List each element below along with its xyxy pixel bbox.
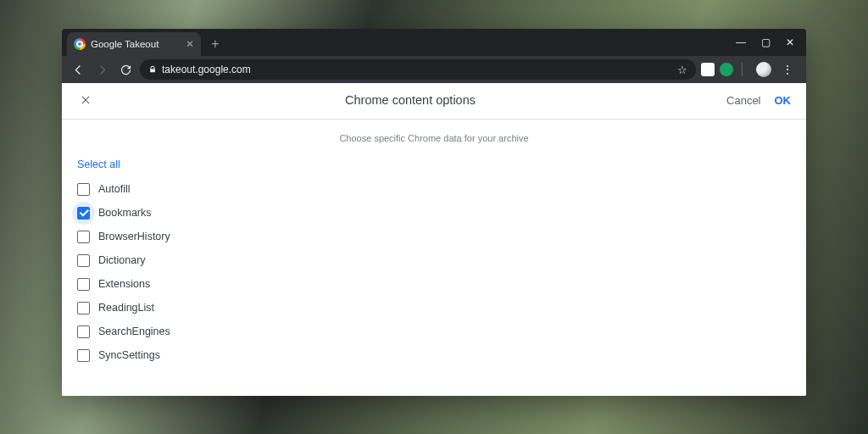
option-row[interactable]: Autofill: [77, 177, 791, 201]
toolbar-divider: [742, 63, 743, 76]
new-tab-button[interactable]: +: [206, 35, 225, 53]
checkbox[interactable]: [77, 254, 90, 267]
extension-icon-1[interactable]: [701, 63, 715, 76]
lock-icon: [148, 65, 157, 74]
maximize-icon[interactable]: ▢: [761, 36, 771, 48]
option-label: Dictionary: [98, 254, 146, 266]
reload-button[interactable]: [116, 60, 135, 79]
option-row[interactable]: Dictionary: [77, 248, 791, 272]
checkbox[interactable]: [77, 326, 90, 338]
option-row[interactable]: SearchEngines: [77, 320, 791, 343]
select-all-link[interactable]: Select all: [77, 155, 791, 177]
option-row[interactable]: Bookmarks: [77, 201, 791, 225]
checkbox[interactable]: [77, 183, 90, 196]
option-label: Extensions: [98, 278, 150, 290]
forward-button[interactable]: [92, 60, 111, 79]
cancel-button[interactable]: Cancel: [726, 94, 760, 107]
checkbox[interactable]: [77, 302, 90, 314]
minimize-icon[interactable]: —: [736, 36, 746, 48]
tab-strip: Google Takeout ✕ + — ▢ ✕: [62, 29, 806, 56]
options-list: Select all AutofillBookmarksBrowserHisto…: [62, 155, 806, 367]
back-button[interactable]: [69, 60, 87, 79]
bookmark-star-icon[interactable]: ☆: [677, 64, 687, 76]
option-label: SyncSettings: [98, 349, 160, 361]
checkbox[interactable]: [77, 278, 90, 291]
close-window-icon[interactable]: ✕: [786, 36, 794, 48]
chrome-menu-button[interactable]: ⋮: [776, 63, 799, 76]
option-row[interactable]: SyncSettings: [77, 343, 791, 367]
browser-tab[interactable]: Google Takeout ✕: [67, 32, 201, 56]
favicon-google-icon: [74, 38, 86, 50]
page-content: Chrome content options Cancel OK Choose …: [62, 83, 806, 396]
option-label: BrowserHistory: [98, 231, 170, 242]
extension-icon-2[interactable]: [720, 63, 733, 76]
tab-title: Google Takeout: [91, 39, 159, 49]
checkbox[interactable]: [77, 349, 90, 362]
url-text: takeout.google.com: [162, 64, 251, 75]
address-bar[interactable]: takeout.google.com ☆: [140, 59, 696, 80]
option-label: Bookmarks: [98, 207, 152, 219]
option-row[interactable]: BrowserHistory: [77, 225, 791, 248]
option-label: ReadingList: [98, 302, 154, 314]
close-tab-icon[interactable]: ✕: [186, 38, 194, 50]
option-row[interactable]: Extensions: [77, 272, 791, 296]
option-label: Autofill: [98, 183, 131, 195]
dialog-header: Chrome content options Cancel OK: [62, 83, 806, 117]
profile-avatar[interactable]: [756, 62, 771, 77]
checkbox[interactable]: [77, 207, 90, 220]
window-controls: — ▢ ✕: [727, 29, 803, 56]
dialog-title: Chrome content options: [94, 93, 726, 107]
browser-window: Google Takeout ✕ + — ▢ ✕ takeout.google.…: [62, 29, 806, 396]
ok-button[interactable]: OK: [775, 94, 792, 107]
browser-toolbar: takeout.google.com ☆ ⋮: [62, 56, 806, 83]
dialog-subtitle: Choose specific Chrome data for your arc…: [62, 120, 806, 155]
checkbox[interactable]: [77, 231, 90, 243]
option-label: SearchEngines: [98, 326, 170, 337]
dialog-close-button[interactable]: [77, 92, 94, 108]
option-row[interactable]: ReadingList: [77, 296, 791, 320]
